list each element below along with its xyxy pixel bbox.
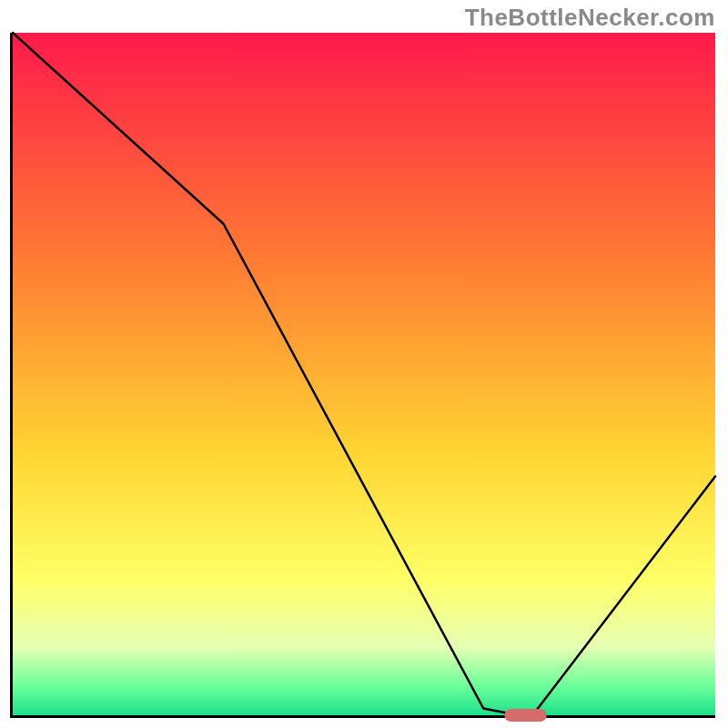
y-axis-line <box>10 33 13 718</box>
x-axis-line <box>10 715 715 718</box>
watermark-text: TheBottleNecker.com <box>465 4 715 32</box>
optimal-marker <box>504 709 546 722</box>
chart-container: TheBottleNecker.com <box>0 0 728 728</box>
bottleneck-chart <box>0 0 728 728</box>
